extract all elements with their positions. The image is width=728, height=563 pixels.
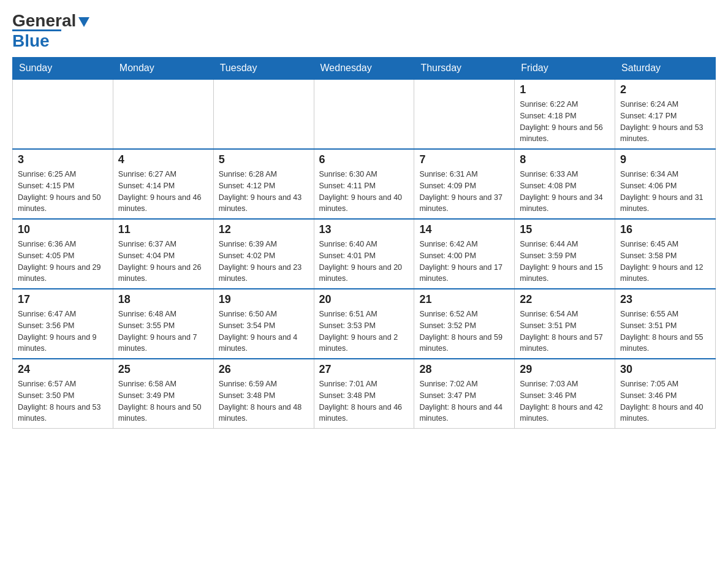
calendar-cell: 3Sunrise: 6:25 AMSunset: 4:15 PMDaylight… — [13, 149, 113, 219]
day-sun-info: Sunrise: 6:54 AMSunset: 3:51 PMDaylight:… — [520, 308, 610, 354]
day-number: 6 — [319, 153, 409, 166]
calendar-cell: 16Sunrise: 6:45 AMSunset: 3:58 PMDayligh… — [615, 219, 716, 289]
calendar-cell: 10Sunrise: 6:36 AMSunset: 4:05 PMDayligh… — [13, 219, 113, 289]
calendar-cell — [314, 79, 414, 149]
day-number: 2 — [620, 83, 710, 96]
day-number: 30 — [620, 363, 710, 376]
calendar-cell: 8Sunrise: 6:33 AMSunset: 4:08 PMDaylight… — [515, 149, 615, 219]
day-sun-info: Sunrise: 6:42 AMSunset: 4:00 PMDaylight:… — [419, 239, 509, 285]
day-sun-info: Sunrise: 6:45 AMSunset: 3:58 PMDaylight:… — [620, 239, 710, 285]
day-number: 13 — [319, 223, 409, 236]
day-sun-info: Sunrise: 6:31 AMSunset: 4:09 PMDaylight:… — [419, 169, 509, 215]
calendar-cell: 23Sunrise: 6:55 AMSunset: 3:51 PMDayligh… — [615, 289, 716, 359]
logo-text-blue: Blue — [12, 31, 50, 50]
weekday-header-wednesday: Wednesday — [314, 58, 414, 80]
calendar-cell: 1Sunrise: 6:22 AMSunset: 4:18 PMDaylight… — [515, 79, 615, 149]
logo-triangle-icon — [78, 17, 89, 27]
calendar-cell — [213, 79, 314, 149]
calendar-week-row: 1Sunrise: 6:22 AMSunset: 4:18 PMDaylight… — [13, 79, 716, 149]
day-sun-info: Sunrise: 6:55 AMSunset: 3:51 PMDaylight:… — [620, 308, 710, 354]
day-sun-info: Sunrise: 7:02 AMSunset: 3:47 PMDaylight:… — [419, 378, 509, 424]
calendar-cell: 25Sunrise: 6:58 AMSunset: 3:49 PMDayligh… — [113, 359, 213, 429]
logo-text-general: General — [12, 12, 76, 29]
page-header: General Blue — [12, 12, 716, 51]
day-number: 27 — [319, 363, 409, 376]
day-sun-info: Sunrise: 6:28 AMSunset: 4:12 PMDaylight:… — [219, 169, 309, 215]
weekday-header-friday: Friday — [515, 58, 615, 80]
calendar-cell: 6Sunrise: 6:30 AMSunset: 4:11 PMDaylight… — [314, 149, 414, 219]
day-sun-info: Sunrise: 6:30 AMSunset: 4:11 PMDaylight:… — [319, 169, 409, 215]
calendar-cell: 13Sunrise: 6:40 AMSunset: 4:01 PMDayligh… — [314, 219, 414, 289]
calendar-week-row: 3Sunrise: 6:25 AMSunset: 4:15 PMDaylight… — [13, 149, 716, 219]
calendar-cell: 4Sunrise: 6:27 AMSunset: 4:14 PMDaylight… — [113, 149, 213, 219]
day-sun-info: Sunrise: 6:27 AMSunset: 4:14 PMDaylight:… — [118, 169, 208, 215]
calendar-cell: 11Sunrise: 6:37 AMSunset: 4:04 PMDayligh… — [113, 219, 213, 289]
day-number: 28 — [419, 363, 509, 376]
weekday-header-sunday: Sunday — [13, 58, 113, 80]
day-sun-info: Sunrise: 6:24 AMSunset: 4:17 PMDaylight:… — [620, 99, 710, 145]
day-sun-info: Sunrise: 6:59 AMSunset: 3:48 PMDaylight:… — [219, 378, 309, 424]
day-number: 7 — [419, 153, 509, 166]
calendar-cell: 27Sunrise: 7:01 AMSunset: 3:48 PMDayligh… — [314, 359, 414, 429]
day-sun-info: Sunrise: 6:39 AMSunset: 4:02 PMDaylight:… — [219, 239, 309, 285]
day-number: 23 — [620, 293, 710, 306]
day-number: 24 — [18, 363, 108, 376]
day-number: 10 — [18, 223, 108, 236]
calendar-cell: 9Sunrise: 6:34 AMSunset: 4:06 PMDaylight… — [615, 149, 716, 219]
day-sun-info: Sunrise: 6:51 AMSunset: 3:53 PMDaylight:… — [319, 308, 409, 354]
day-number: 8 — [520, 153, 610, 166]
calendar-cell: 17Sunrise: 6:47 AMSunset: 3:56 PMDayligh… — [13, 289, 113, 359]
day-number: 17 — [18, 293, 108, 306]
day-number: 3 — [18, 153, 108, 166]
calendar-cell: 7Sunrise: 6:31 AMSunset: 4:09 PMDaylight… — [414, 149, 515, 219]
calendar-cell: 20Sunrise: 6:51 AMSunset: 3:53 PMDayligh… — [314, 289, 414, 359]
day-sun-info: Sunrise: 6:48 AMSunset: 3:55 PMDaylight:… — [118, 308, 208, 354]
calendar-cell: 19Sunrise: 6:50 AMSunset: 3:54 PMDayligh… — [213, 289, 314, 359]
day-sun-info: Sunrise: 7:03 AMSunset: 3:46 PMDaylight:… — [520, 378, 610, 424]
day-sun-info: Sunrise: 6:57 AMSunset: 3:50 PMDaylight:… — [18, 378, 108, 424]
weekday-header-thursday: Thursday — [414, 58, 515, 80]
day-sun-info: Sunrise: 6:36 AMSunset: 4:05 PMDaylight:… — [18, 239, 108, 285]
calendar-week-row: 17Sunrise: 6:47 AMSunset: 3:56 PMDayligh… — [13, 289, 716, 359]
day-sun-info: Sunrise: 6:40 AMSunset: 4:01 PMDaylight:… — [319, 239, 409, 285]
logo: General Blue — [12, 12, 89, 51]
calendar-cell: 26Sunrise: 6:59 AMSunset: 3:48 PMDayligh… — [213, 359, 314, 429]
calendar-cell: 15Sunrise: 6:44 AMSunset: 3:59 PMDayligh… — [515, 219, 615, 289]
day-number: 4 — [118, 153, 208, 166]
day-number: 18 — [118, 293, 208, 306]
day-number: 20 — [319, 293, 409, 306]
weekday-header-row: SundayMondayTuesdayWednesdayThursdayFrid… — [13, 58, 716, 80]
calendar-cell — [414, 79, 515, 149]
calendar-cell: 14Sunrise: 6:42 AMSunset: 4:00 PMDayligh… — [414, 219, 515, 289]
day-sun-info: Sunrise: 6:34 AMSunset: 4:06 PMDaylight:… — [620, 169, 710, 215]
day-number: 22 — [520, 293, 610, 306]
day-sun-info: Sunrise: 6:37 AMSunset: 4:04 PMDaylight:… — [118, 239, 208, 285]
weekday-header-monday: Monday — [113, 58, 213, 80]
calendar-cell — [13, 79, 113, 149]
calendar-cell: 2Sunrise: 6:24 AMSunset: 4:17 PMDaylight… — [615, 79, 716, 149]
day-sun-info: Sunrise: 7:05 AMSunset: 3:46 PMDaylight:… — [620, 378, 710, 424]
day-sun-info: Sunrise: 6:50 AMSunset: 3:54 PMDaylight:… — [219, 308, 309, 354]
day-number: 15 — [520, 223, 610, 236]
day-sun-info: Sunrise: 6:58 AMSunset: 3:49 PMDaylight:… — [118, 378, 208, 424]
day-number: 12 — [219, 223, 309, 236]
day-sun-info: Sunrise: 6:47 AMSunset: 3:56 PMDaylight:… — [18, 308, 108, 354]
calendar-cell: 30Sunrise: 7:05 AMSunset: 3:46 PMDayligh… — [615, 359, 716, 429]
calendar-week-row: 24Sunrise: 6:57 AMSunset: 3:50 PMDayligh… — [13, 359, 716, 429]
weekday-header-saturday: Saturday — [615, 58, 716, 80]
day-sun-info: Sunrise: 6:44 AMSunset: 3:59 PMDaylight:… — [520, 239, 610, 285]
calendar-cell — [113, 79, 213, 149]
day-number: 21 — [419, 293, 509, 306]
calendar-cell: 24Sunrise: 6:57 AMSunset: 3:50 PMDayligh… — [13, 359, 113, 429]
calendar-cell: 21Sunrise: 6:52 AMSunset: 3:52 PMDayligh… — [414, 289, 515, 359]
calendar-cell: 28Sunrise: 7:02 AMSunset: 3:47 PMDayligh… — [414, 359, 515, 429]
day-number: 9 — [620, 153, 710, 166]
calendar-cell: 22Sunrise: 6:54 AMSunset: 3:51 PMDayligh… — [515, 289, 615, 359]
day-sun-info: Sunrise: 6:33 AMSunset: 4:08 PMDaylight:… — [520, 169, 610, 215]
day-sun-info: Sunrise: 6:22 AMSunset: 4:18 PMDaylight:… — [520, 99, 610, 145]
calendar-cell: 29Sunrise: 7:03 AMSunset: 3:46 PMDayligh… — [515, 359, 615, 429]
day-number: 5 — [219, 153, 309, 166]
day-number: 25 — [118, 363, 208, 376]
day-number: 14 — [419, 223, 509, 236]
day-sun-info: Sunrise: 6:52 AMSunset: 3:52 PMDaylight:… — [419, 308, 509, 354]
